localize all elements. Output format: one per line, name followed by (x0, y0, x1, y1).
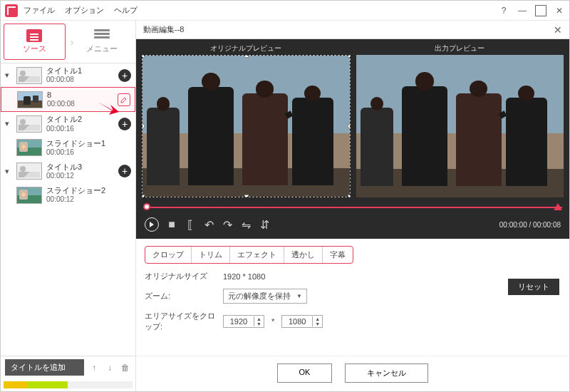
tab-crop[interactable]: クロップ (145, 247, 192, 263)
chevron-down-icon[interactable]: ▾ (5, 119, 12, 128)
flip-v-icon[interactable]: ⇵ (259, 219, 270, 230)
item-duration: 00:00:16 (46, 125, 114, 133)
crop-width-input[interactable]: 1920 ▲▼ (223, 315, 264, 328)
chevron-down-icon[interactable]: ▾ (5, 167, 12, 176)
spin-up-icon[interactable]: ▲ (313, 316, 322, 321)
add-button[interactable]: + (118, 165, 131, 177)
rotate-right-icon[interactable]: ↷ (222, 219, 233, 230)
tab-watermark[interactable]: 透かし (284, 247, 323, 263)
maximize-icon[interactable] (535, 5, 546, 16)
time-readout: 00:00:00 / 00:00:08 (499, 221, 561, 229)
timeline[interactable] (143, 202, 562, 213)
tab-effect[interactable]: エフェクト (230, 247, 284, 263)
preview-output (356, 55, 564, 197)
crop-size-label: エリアサイズをクロップ: (145, 311, 216, 332)
zoom-label: ズーム: (145, 291, 216, 301)
help-icon[interactable]: ? (498, 5, 509, 16)
caret-down-icon: ▼ (296, 293, 302, 299)
flip-h-icon[interactable]: ⇋ (240, 219, 252, 230)
list-item[interactable]: ▾ タイトル300:00:12 + (1, 160, 135, 183)
add-title-button[interactable]: タイトルを追加 (5, 359, 84, 376)
mark-in-icon[interactable]: ⟦ (185, 219, 196, 230)
list-item[interactable]: スライドショー100:00:16 (1, 136, 135, 160)
crop-height-value: 1080 (282, 316, 312, 327)
cancel-button[interactable]: キャンセル (345, 363, 428, 383)
item-duration: 00:00:12 (46, 195, 131, 204)
preview-zone: オリジナルプレビュー 出力プレビュー (136, 39, 569, 239)
timeline-track (143, 207, 562, 208)
preview-output-label: 出力プレビュー (356, 43, 564, 53)
source-icon (26, 29, 42, 42)
play-button[interactable] (145, 217, 159, 232)
list-item[interactable]: ▾ タイトル100:00:08 + (1, 63, 135, 87)
mode-menu[interactable]: メニュー (68, 21, 136, 63)
item-name: 8 (47, 91, 113, 100)
add-button[interactable]: + (118, 118, 131, 130)
crop-height-input[interactable]: 1080 ▲▼ (281, 315, 323, 328)
thumbnail (16, 163, 42, 180)
item-name: スライドショー1 (46, 139, 131, 148)
thumbnail (16, 67, 42, 84)
original-size-label: オリジナルサイズ (145, 271, 216, 282)
crop-star: * (271, 317, 274, 326)
menu-file[interactable]: ファイル (24, 5, 55, 16)
menu-option[interactable]: オプション (65, 5, 104, 16)
minimize-icon[interactable]: — (517, 5, 528, 16)
item-name: タイトル3 (46, 163, 114, 172)
timeline-bar (4, 381, 133, 388)
editor-panel: 動画編集--8 ✕ オリジナルプレビュー 出力プレビュー (136, 21, 569, 391)
list-item[interactable]: ▾ タイトル200:00:16 + (1, 112, 135, 135)
ok-button[interactable]: OK (277, 363, 333, 383)
move-down-icon[interactable]: ↓ (104, 362, 115, 373)
mode-menu-label: メニュー (86, 43, 118, 54)
thumbnail (17, 91, 43, 108)
app-icon (5, 4, 18, 17)
item-duration: 00:00:08 (47, 100, 113, 108)
preview-original[interactable] (142, 55, 351, 197)
trash-icon[interactable]: 🗑 (120, 362, 131, 373)
chevron-down-icon[interactable]: ▾ (5, 71, 12, 80)
list-item[interactable]: 800:00:08 (1, 87, 135, 112)
close-icon[interactable]: ✕ (554, 24, 562, 36)
reset-button[interactable]: リセット (508, 279, 559, 295)
list-item[interactable]: スライドショー200:00:12 (1, 183, 135, 207)
item-list: ▾ タイトル100:00:08 + 800:00:08 ▾ タイトル200:00… (1, 63, 135, 356)
spin-down-icon[interactable]: ▼ (254, 321, 264, 326)
sidebar: ソース › メニュー ▾ タイトル100:00:08 + 800:00:08 (1, 21, 136, 391)
edit-button[interactable] (118, 93, 130, 106)
item-duration: 00:00:12 (46, 172, 114, 180)
settings-tabs: クロップ トリム エフェクト 透かし 字幕 (145, 246, 353, 264)
tab-subtitle[interactable]: 字幕 (323, 247, 353, 263)
editor-title: 動画編集--8 (143, 24, 184, 35)
item-name: スライドショー2 (46, 186, 131, 195)
crop-width-value: 1920 (224, 316, 254, 327)
move-up-icon[interactable]: ↑ (88, 362, 100, 373)
stop-icon[interactable]: ■ (166, 219, 177, 230)
timeline-handle[interactable] (143, 203, 150, 210)
spin-up-icon[interactable]: ▲ (254, 316, 264, 321)
menu-icon (94, 29, 110, 42)
mode-source[interactable]: ソース › (1, 21, 68, 63)
timeline-end-marker[interactable] (554, 203, 562, 210)
thumbnail (16, 187, 42, 204)
add-button[interactable]: + (118, 69, 131, 82)
rotate-left-icon[interactable]: ↶ (203, 219, 214, 230)
mode-source-label: ソース (23, 43, 46, 54)
spin-down-icon[interactable]: ▼ (313, 321, 322, 326)
menu-help[interactable]: ヘルプ (114, 5, 138, 16)
thumbnail (16, 115, 42, 133)
zoom-select[interactable]: 元の解像度を保持 ▼ (223, 289, 307, 304)
thumbnail (16, 139, 42, 156)
zoom-select-value: 元の解像度を保持 (228, 291, 291, 301)
original-size-value: 1920 * 1080 (223, 272, 265, 281)
item-duration: 00:00:16 (46, 148, 131, 157)
window-close-icon[interactable]: ✕ (554, 5, 565, 16)
item-name: タイトル1 (46, 66, 114, 76)
item-name: タイトル2 (46, 115, 114, 124)
tab-trim[interactable]: トリム (192, 247, 230, 263)
preview-original-label: オリジナルプレビュー (142, 43, 350, 53)
item-duration: 00:00:08 (46, 76, 114, 84)
titlebar: ファイル オプション ヘルプ ? — ✕ (1, 1, 569, 21)
